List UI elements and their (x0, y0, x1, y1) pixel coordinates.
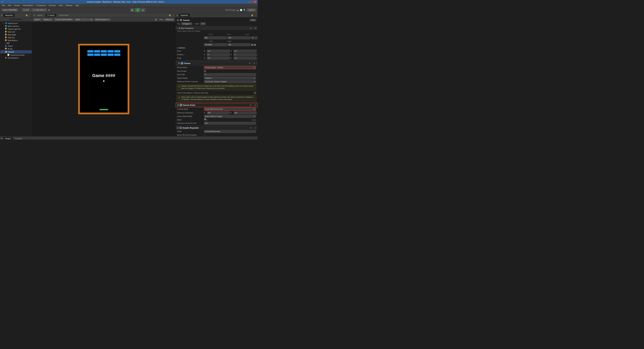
graphic-raycaster-checkbox[interactable]: ✓ (177, 127, 179, 129)
resolution-dropdown[interactable]: Full HD (1920×1080) ▾ (54, 18, 73, 21)
hier-global-light[interactable]: 💡 Global Light 2D (0, 28, 32, 30)
menu-assets[interactable]: Assets (13, 4, 21, 7)
layer-dropdown[interactable]: UI ▾ (200, 22, 206, 25)
asset-store-tab[interactable]: Asset Store (58, 14, 70, 17)
scale-y-field[interactable] (234, 57, 256, 60)
canvas-scaler-settings[interactable]: ⚙ (250, 104, 252, 106)
game-display-dropdown[interactable]: Game ▾ (33, 18, 42, 21)
ta-dropdown[interactable]: 🔧 TA ▾ (22, 9, 30, 12)
script-field[interactable]: ⊞ GraphicRaycaster (204, 130, 256, 133)
menu-component[interactable]: Component (35, 4, 47, 7)
project-tab[interactable]: Project (3, 137, 12, 140)
ref-y-field[interactable] (234, 111, 256, 114)
hier-eventsystem[interactable]: ⚡ EventSystem (0, 56, 32, 59)
rect-transform-section[interactable]: ▼ ⊞ Rect Transform ⚙ ⋮ ⊞ (176, 26, 258, 30)
minimize-button[interactable]: ─ (248, 1, 250, 3)
gizmos-dropdown[interactable]: Gizmos ▾ (165, 18, 174, 21)
scene-tab[interactable]: Scene (36, 14, 44, 17)
close-button[interactable]: ✕ (254, 1, 256, 3)
canvas-enable-checkbox[interactable]: ✓ (177, 19, 179, 21)
menu-edit[interactable]: Edit (7, 4, 12, 7)
menu-file[interactable]: File (1, 4, 6, 7)
hierarchy-tab[interactable]: Hierarchy (3, 14, 14, 17)
vertex-color-checkbox[interactable] (254, 92, 256, 94)
gr-settings-icon[interactable]: ⚙ (250, 127, 252, 129)
play-button[interactable]: ▶ (130, 8, 135, 12)
ref-pixels-field[interactable] (204, 122, 256, 125)
hier-canvas[interactable]: 🖼 Canvas (0, 50, 32, 53)
audio-icon[interactable]: 🔊 (155, 19, 157, 21)
rect-transform-expand-icon[interactable]: ⊞ (255, 27, 256, 29)
menu-gameobject[interactable]: GameObject (22, 4, 34, 7)
hier-wall-left[interactable]: 📦 Wall Left (0, 30, 32, 33)
ui-scale-mode-dropdown[interactable]: Scale With Screen Size ▾ (204, 108, 256, 111)
layout-btn[interactable]: Layout ▾ (247, 9, 256, 12)
rect-transform-settings-icon[interactable]: ⚙ (250, 27, 252, 29)
canvas-scaler-expand[interactable]: ⊞ (254, 104, 256, 106)
display-dropdown[interactable]: Display 1 ▾ (42, 18, 53, 21)
tag-dropdown[interactable]: Untagged ▾ (181, 22, 192, 25)
rot-x-field[interactable] (207, 53, 230, 56)
hier-wall-top[interactable]: 📦 Wall Top (0, 36, 32, 39)
hier-gamescorerclear[interactable]: 📝 GameScoreClear (0, 54, 32, 56)
add-hierarchy-icon[interactable]: + (1, 19, 2, 21)
pixel-perfect-checkbox[interactable] (204, 70, 206, 72)
wh-btn-1[interactable]: ◧ (251, 44, 254, 46)
game-tab[interactable]: 🎮 Game (45, 14, 56, 17)
canvas-comp-menu[interactable]: ⋮ (251, 62, 253, 65)
hier-wall-bottom[interactable]: 📦 Wall Bottom (0, 39, 32, 42)
search-icon[interactable]: 🔍 (243, 9, 246, 11)
canvas-comp-header[interactable]: ✓ Canvas ⚙ ⋮ ⊞ (177, 61, 256, 65)
pause-button[interactable]: ⏸ (135, 8, 140, 12)
pos-z-field[interactable] (251, 37, 258, 39)
width-field[interactable] (204, 43, 227, 46)
canvas-comp-settings[interactable]: ⚙ (249, 62, 250, 65)
pivot-x-field[interactable] (207, 50, 230, 53)
rot-y-field[interactable] (234, 53, 256, 56)
inspector-tab[interactable]: Inspector (179, 14, 190, 17)
scene-more[interactable]: ⋮ (172, 14, 174, 16)
canvas-comp-checkbox[interactable]: ✓ (178, 62, 180, 64)
hier-wall-right[interactable]: 📦 Wall Right (0, 33, 32, 36)
canvas-scaler-checkbox[interactable]: ✓ (177, 104, 179, 106)
hierarchy-search[interactable] (3, 18, 23, 21)
wh-btn-2[interactable]: ◨ (254, 44, 256, 46)
menu-jobs[interactable]: Jobs (58, 4, 64, 7)
play-focused-dropdown[interactable]: Play Focused ▾ ✦ (94, 18, 110, 21)
scale-x-field[interactable] (207, 57, 230, 60)
menu-help[interactable]: Help (74, 4, 80, 7)
hier-main-camera[interactable]: 📷 Main Camera (0, 25, 32, 28)
canvas-scaler-menu[interactable]: ⋮ (252, 104, 254, 106)
stats-btn[interactable]: Stats (159, 19, 163, 21)
target-display-dropdown[interactable]: Display 1 ▾ (204, 77, 256, 80)
hier-ball[interactable]: ○ Ball (0, 42, 32, 45)
canvas-scaler-header[interactable]: ✓ Canvas Scaler ⚙ ⋮ ⊞ (176, 103, 258, 107)
render-mode-dropdown[interactable]: Screen Space - Overlay ▾ (204, 66, 256, 69)
menu-services[interactable]: Services (47, 4, 57, 7)
sort-order-field[interactable] (204, 73, 256, 76)
screen-match-dropdown[interactable]: Match Width Or Height ▾ (204, 115, 256, 118)
step-button[interactable]: ⏭ (141, 8, 146, 12)
rect-transform-menu-icon[interactable]: ⋮ (252, 27, 254, 29)
hier-mainscene[interactable]: ▼ 🌐 MainScene* (0, 22, 32, 25)
canvas-comp-expand[interactable]: ⊞ (254, 62, 255, 64)
gr-expand-icon[interactable]: ⊞ (255, 127, 256, 129)
asset-store-btn[interactable]: 🛒 Asset Store ▾ (31, 9, 47, 12)
anchors-section[interactable]: ▶ Anchors (176, 47, 258, 49)
inspector-more[interactable]: ⋮ (254, 14, 256, 16)
graphic-raycaster-header[interactable]: ✓ Graphic Raycaster ⚙ ⋮ ⊞ (176, 126, 258, 130)
settings-icon[interactable]: ⚙ (48, 9, 50, 12)
hier-bricks[interactable]: 📦 Bricks (0, 47, 32, 50)
height-field[interactable] (228, 43, 250, 46)
ignore-reversed-check[interactable]: ✓ (204, 134, 206, 136)
gr-menu-icon[interactable]: ⋮ (252, 127, 254, 129)
menu-window[interactable]: Window (64, 4, 74, 7)
additional-shader-dropdown[interactable]: TexCoord1, Normal, Tangent ▾ (204, 80, 256, 83)
scale-dropdown[interactable]: Scale 1x (74, 18, 94, 21)
ref-x-field[interactable] (207, 111, 230, 114)
pos-x-field[interactable] (204, 37, 227, 39)
pivot-y-field[interactable] (234, 50, 256, 53)
hierarchy-more-icon[interactable]: ⋮ (29, 14, 31, 16)
console-tab[interactable]: Console (14, 137, 24, 140)
hier-player[interactable]: 👤 Player (0, 45, 32, 47)
